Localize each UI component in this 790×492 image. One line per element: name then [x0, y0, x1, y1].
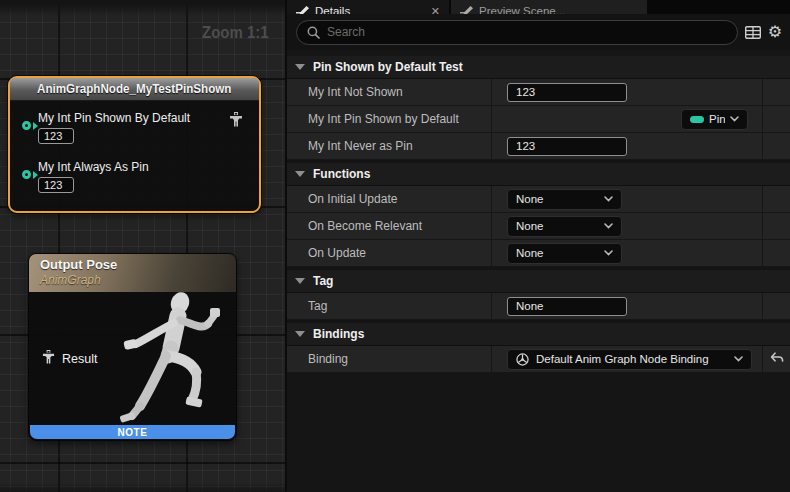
category-header-bindings[interactable]: Bindings	[287, 323, 790, 346]
row-gutter	[762, 240, 790, 266]
my-int-not-shown-input[interactable]	[507, 83, 627, 102]
node-subtitle: AnimGraph	[40, 273, 236, 287]
property-row-on-initial-update: On Initial Update None	[287, 186, 790, 213]
tag-input[interactable]	[507, 297, 627, 316]
property-row-my-int-never-as-pin: My Int Never as Pin	[287, 133, 790, 160]
chevron-down-icon	[295, 64, 305, 70]
row-gutter	[762, 293, 790, 319]
display-filter-icon[interactable]	[745, 26, 761, 39]
property-row-my-int-pin-shown-by-default: My Int Pin Shown by Default Pin	[287, 106, 790, 133]
dropdown-value: Pin	[709, 113, 725, 125]
category-title: Functions	[313, 167, 370, 181]
chevron-down-icon	[730, 116, 739, 122]
search-icon	[307, 26, 320, 39]
details-properties-list[interactable]: Pin Shown by Default Test My Int Not Sho…	[287, 50, 790, 492]
details-panel-icon	[296, 6, 309, 15]
panel-tab-bar: Details ✕ Preview Scene...	[287, 0, 790, 14]
row-gutter	[762, 133, 790, 159]
property-label: My Int Not Shown	[287, 79, 492, 105]
chevron-down-icon	[604, 250, 613, 256]
pin-label: My Int Always As Pin	[38, 160, 149, 174]
pin-label: My Int Pin Shown By Default	[38, 111, 190, 125]
on-become-relevant-dropdown[interactable]: None	[507, 216, 622, 237]
dropdown-value: None	[516, 247, 604, 259]
zoom-indicator: Zoom 1:1	[203, 23, 269, 43]
chevron-down-icon	[295, 171, 305, 177]
tab-label: Details	[315, 5, 350, 14]
property-row-on-become-relevant: On Become Relevant None	[287, 213, 790, 240]
chevron-down-icon	[734, 356, 743, 362]
anim-graph-test-node[interactable]: AnimGraphNode_MyTestPinShown My Int Pin …	[8, 76, 261, 213]
pin-mode-dropdown[interactable]: Pin	[681, 109, 748, 130]
binding-class-icon	[516, 353, 529, 366]
unreal-anim-blueprint-window: Zoom 1:1 AnimGraphNode_MyTestPinShown My…	[0, 0, 790, 492]
category-header-tag[interactable]: Tag	[287, 270, 790, 293]
int-pin-icon[interactable]	[22, 170, 31, 179]
on-initial-update-dropdown[interactable]: None	[507, 189, 622, 210]
pin-capsule-icon	[690, 116, 704, 123]
property-label: On Initial Update	[287, 186, 492, 212]
note-label: NOTE	[117, 427, 147, 438]
chevron-down-icon	[295, 331, 305, 337]
row-gutter	[762, 79, 790, 105]
dropdown-value: None	[516, 193, 604, 205]
binding-dropdown[interactable]: Default Anim Graph Node Binding	[507, 349, 752, 370]
result-pin-label: Result	[62, 352, 97, 366]
category-title: Tag	[313, 274, 333, 288]
property-label: My Int Pin Shown by Default	[287, 106, 492, 132]
row-gutter	[762, 106, 790, 132]
category-title: Pin Shown by Default Test	[313, 60, 463, 74]
tab-preview-scene[interactable]: Preview Scene...	[451, 0, 647, 14]
details-toolbar: ⚙	[287, 14, 790, 50]
pin-default-value-input[interactable]	[38, 177, 74, 193]
category-header-functions[interactable]: Functions	[287, 163, 790, 186]
dropdown-value: None	[516, 220, 604, 232]
node-title: Output Pose	[40, 257, 236, 272]
property-label: On Update	[287, 240, 492, 266]
property-row-my-int-not-shown: My Int Not Shown	[287, 79, 790, 106]
node-pin-row: My Int Pin Shown By Default	[22, 111, 190, 144]
result-pin[interactable]: Result	[42, 350, 97, 368]
chevron-down-icon	[295, 278, 305, 284]
chevron-down-icon	[604, 196, 613, 202]
property-label: Tag	[287, 293, 492, 319]
pin-default-value-input[interactable]	[38, 128, 74, 144]
details-panel: Details ✕ Preview Scene...	[285, 0, 790, 492]
property-label: Binding	[287, 346, 492, 372]
my-int-never-as-pin-input[interactable]	[507, 137, 627, 156]
category-header-pin-shown-by-default-test[interactable]: Pin Shown by Default Test	[287, 56, 790, 79]
reset-to-default-icon[interactable]	[770, 352, 784, 367]
dropdown-value: Default Anim Graph Node Binding	[536, 353, 727, 365]
node-pin-row: My Int Always As Pin	[22, 160, 149, 193]
on-update-dropdown[interactable]: None	[507, 243, 622, 264]
property-row-binding: Binding Default Anim Graph Node Binding	[287, 346, 790, 373]
property-row-tag: Tag	[287, 293, 790, 320]
node-title: AnimGraphNode_MyTestPinShown	[37, 82, 231, 96]
node-header[interactable]: Output Pose AnimGraph	[29, 254, 236, 292]
property-row-on-update: On Update None	[287, 240, 790, 267]
tab-details[interactable]: Details ✕	[287, 0, 449, 14]
search-box[interactable]	[296, 20, 738, 45]
search-input[interactable]	[327, 25, 727, 39]
property-label: On Become Relevant	[287, 213, 492, 239]
int-pin-icon[interactable]	[22, 121, 31, 130]
close-icon[interactable]: ✕	[431, 6, 440, 15]
category-title: Bindings	[313, 327, 364, 341]
row-gutter	[762, 213, 790, 239]
tab-label: Preview Scene...	[479, 5, 565, 14]
preview-scene-panel-icon	[460, 6, 473, 15]
row-gutter	[762, 346, 790, 372]
pose-figure-icon	[229, 112, 243, 131]
chevron-down-icon	[604, 223, 613, 229]
row-gutter	[762, 186, 790, 212]
pose-pin-figure-icon	[42, 350, 55, 368]
property-label: My Int Never as Pin	[287, 133, 492, 159]
note-banner[interactable]: NOTE	[30, 425, 235, 439]
output-pose-node[interactable]: Output Pose AnimGraph	[28, 253, 237, 441]
mannequin-figure-image	[108, 290, 236, 432]
node-header[interactable]: AnimGraphNode_MyTestPinShown	[10, 78, 259, 101]
anim-graph-canvas[interactable]: Zoom 1:1 AnimGraphNode_MyTestPinShown My…	[0, 0, 285, 492]
gear-icon[interactable]: ⚙	[768, 24, 782, 40]
